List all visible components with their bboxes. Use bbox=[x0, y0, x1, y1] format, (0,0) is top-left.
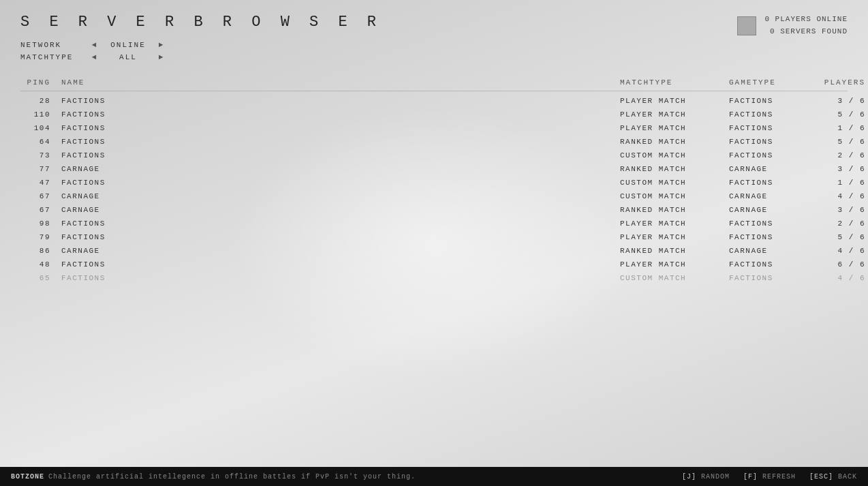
table-header: PING NAME MATCHTYPE GAMETYPE PLAYERS bbox=[20, 78, 848, 91]
row-ping: 67 bbox=[20, 192, 61, 200]
row-players: 5 / 6 bbox=[811, 138, 865, 146]
row-matchtype: RANKED MATCH bbox=[620, 247, 729, 255]
table-row[interactable]: 47 FACTIONS CUSTOM MATCH FACTIONS 1 / 6 bbox=[20, 176, 848, 189]
table-row[interactable]: 67 CARNAGE CUSTOM MATCH CARNAGE 4 / 6 bbox=[20, 189, 848, 203]
table-row[interactable]: 104 FACTIONS PLAYER MATCH FACTIONS 1 / 6 bbox=[20, 121, 848, 135]
row-gametype: FACTIONS bbox=[729, 233, 811, 241]
row-players: 2 / 6 bbox=[811, 219, 865, 228]
row-players: 5 / 6 bbox=[811, 110, 865, 119]
header-ping: PING bbox=[20, 78, 61, 87]
row-name: CARNAGE bbox=[61, 247, 620, 255]
matchtype-prev-button[interactable]: ◄ bbox=[89, 53, 101, 61]
row-ping: 48 bbox=[20, 260, 61, 269]
row-matchtype: PLAYER MATCH bbox=[620, 260, 729, 269]
table-row[interactable]: 110 FACTIONS PLAYER MATCH FACTIONS 5 / 6 bbox=[20, 108, 848, 121]
table-row[interactable]: 77 CARNAGE RANKED MATCH CARNAGE 3 / 6 bbox=[20, 162, 848, 176]
players-online: 0 PLAYERS ONLINE bbox=[764, 14, 848, 26]
row-ping: 86 bbox=[20, 247, 61, 255]
row-gametype: FACTIONS bbox=[729, 97, 811, 105]
table-row[interactable]: 67 CARNAGE RANKED MATCH CARNAGE 3 / 6 bbox=[20, 203, 848, 217]
bottom-bar: BOTZONEChallenge artificial intellegence… bbox=[0, 467, 868, 486]
table-row[interactable]: 48 FACTIONS PLAYER MATCH FACTIONS 6 / 6 bbox=[20, 258, 848, 271]
network-next-button[interactable]: ► bbox=[155, 41, 168, 49]
row-gametype: FACTIONS bbox=[729, 124, 811, 132]
row-matchtype: PLAYER MATCH bbox=[620, 97, 729, 105]
header-players: PLAYERS bbox=[811, 78, 865, 87]
row-players: 1 / 6 bbox=[811, 124, 865, 132]
row-name: CARNAGE bbox=[61, 165, 620, 173]
row-name: FACTIONS bbox=[61, 233, 620, 241]
network-filter: NETWORK ◄ ONLINE ► bbox=[20, 41, 168, 49]
row-ping: 65 bbox=[20, 274, 61, 282]
table-row[interactable]: 79 FACTIONS PLAYER MATCH FACTIONS 5 / 6 bbox=[20, 230, 848, 244]
row-name: FACTIONS bbox=[61, 110, 620, 119]
row-matchtype: RANKED MATCH bbox=[620, 138, 729, 146]
network-value: ONLINE bbox=[101, 41, 155, 49]
row-players: 6 / 6 bbox=[811, 260, 865, 269]
row-name: FACTIONS bbox=[61, 219, 620, 228]
table-row[interactable]: 73 FACTIONS CUSTOM MATCH FACTIONS 2 / 6 bbox=[20, 149, 848, 162]
keybind-back[interactable]: [ESC] BACK bbox=[809, 473, 857, 481]
server-table: PING NAME MATCHTYPE GAMETYPE PLAYERS 28 … bbox=[20, 78, 848, 285]
botzone-info: BOTZONEChallenge artificial intellegence… bbox=[11, 473, 416, 481]
row-name: FACTIONS bbox=[61, 124, 620, 132]
header: S E R V E R B R O W S E R 0 PLAYERS ONLI… bbox=[20, 14, 848, 37]
row-ping: 28 bbox=[20, 97, 61, 105]
row-name: FACTIONS bbox=[61, 179, 620, 187]
row-gametype: CARNAGE bbox=[729, 247, 811, 255]
row-gametype: FACTIONS bbox=[729, 219, 811, 228]
table-body: 28 FACTIONS PLAYER MATCH FACTIONS 3 / 6 … bbox=[20, 94, 848, 285]
table-row[interactable]: 98 FACTIONS PLAYER MATCH FACTIONS 2 / 6 bbox=[20, 217, 848, 230]
row-matchtype: PLAYER MATCH bbox=[620, 110, 729, 119]
keybind-random[interactable]: [J] RANDOM bbox=[682, 473, 730, 481]
row-matchtype: RANKED MATCH bbox=[620, 165, 729, 173]
header-name: NAME bbox=[61, 78, 620, 87]
row-matchtype: PLAYER MATCH bbox=[620, 219, 729, 228]
row-name: FACTIONS bbox=[61, 151, 620, 160]
table-row[interactable]: 65 FACTIONS CUSTOM MATCH FACTIONS 4 / 6 bbox=[20, 271, 848, 285]
row-ping: 104 bbox=[20, 124, 61, 132]
row-matchtype: CUSTOM MATCH bbox=[620, 192, 729, 200]
botzone-desc: Challenge artificial intellegence in off… bbox=[48, 473, 416, 481]
header-gametype: GAMETYPE bbox=[729, 78, 811, 87]
matchtype-label: MATCHTYPE bbox=[20, 53, 89, 61]
botzone-label: BOTZONE bbox=[11, 473, 44, 481]
row-name: CARNAGE bbox=[61, 206, 620, 214]
row-players: 3 / 6 bbox=[811, 97, 865, 105]
row-name: FACTIONS bbox=[61, 138, 620, 146]
server-stats: 0 PLAYERS ONLINE 0 SERVERS FOUND bbox=[764, 14, 848, 37]
row-players: 1 / 6 bbox=[811, 179, 865, 187]
server-info: 0 PLAYERS ONLINE 0 SERVERS FOUND bbox=[737, 14, 848, 37]
row-ping: 47 bbox=[20, 179, 61, 187]
row-gametype: FACTIONS bbox=[729, 274, 811, 282]
row-name: FACTIONS bbox=[61, 97, 620, 105]
row-matchtype: CUSTOM MATCH bbox=[620, 151, 729, 160]
row-players: 3 / 6 bbox=[811, 165, 865, 173]
row-gametype: CARNAGE bbox=[729, 206, 811, 214]
page-title: S E R V E R B R O W S E R bbox=[20, 14, 382, 31]
row-gametype: FACTIONS bbox=[729, 260, 811, 269]
row-gametype: CARNAGE bbox=[729, 192, 811, 200]
row-name: FACTIONS bbox=[61, 260, 620, 269]
table-row[interactable]: 64 FACTIONS RANKED MATCH FACTIONS 5 / 6 bbox=[20, 135, 848, 149]
network-prev-button[interactable]: ◄ bbox=[89, 41, 101, 49]
table-row[interactable]: 28 FACTIONS PLAYER MATCH FACTIONS 3 / 6 bbox=[20, 94, 848, 108]
keybind-refresh[interactable]: [F] REFRESH bbox=[743, 473, 796, 481]
row-players: 3 / 6 bbox=[811, 206, 865, 214]
matchtype-next-button[interactable]: ► bbox=[155, 53, 168, 61]
row-players: 4 / 6 bbox=[811, 192, 865, 200]
table-row[interactable]: 86 CARNAGE RANKED MATCH CARNAGE 4 / 6 bbox=[20, 244, 848, 258]
filters: NETWORK ◄ ONLINE ► MATCHTYPE ◄ ALL ► bbox=[20, 41, 168, 65]
key-esc: [ESC] bbox=[809, 473, 833, 481]
row-ping: 73 bbox=[20, 151, 61, 160]
row-matchtype: PLAYER MATCH bbox=[620, 233, 729, 241]
matchtype-value: ALL bbox=[101, 53, 155, 61]
server-icon bbox=[737, 16, 756, 35]
key-j: [J] bbox=[682, 473, 696, 481]
row-name: CARNAGE bbox=[61, 192, 620, 200]
matchtype-filter: MATCHTYPE ◄ ALL ► bbox=[20, 53, 168, 61]
row-players: 4 / 6 bbox=[811, 274, 865, 282]
row-ping: 77 bbox=[20, 165, 61, 173]
row-ping: 110 bbox=[20, 110, 61, 119]
row-matchtype: CUSTOM MATCH bbox=[620, 179, 729, 187]
